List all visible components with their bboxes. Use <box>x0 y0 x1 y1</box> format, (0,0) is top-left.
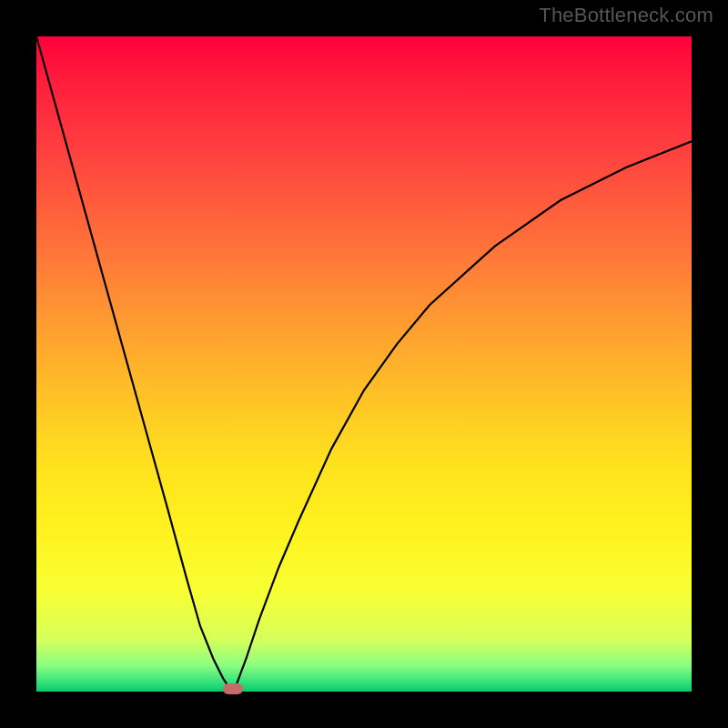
chart-frame: TheBottleneck.com <box>0 0 728 728</box>
curve-svg <box>36 36 692 692</box>
watermark-text: TheBottleneck.com <box>539 4 713 27</box>
curve-right-branch <box>233 141 692 692</box>
plot-area <box>36 36 692 692</box>
minimum-marker <box>223 683 243 694</box>
curve-left-branch <box>36 36 233 692</box>
